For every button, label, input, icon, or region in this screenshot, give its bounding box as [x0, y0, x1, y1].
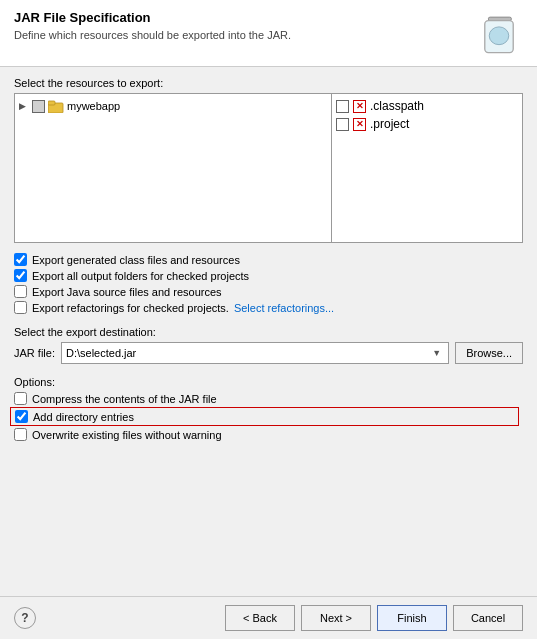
overwrite-checkbox[interactable]	[14, 428, 27, 441]
finish-button[interactable]: Finish	[377, 605, 447, 631]
project-checkbox[interactable]	[336, 118, 349, 131]
options-label: Options:	[14, 376, 523, 388]
footer-left: ?	[14, 607, 36, 629]
dialog-header: JAR File Specification Define which reso…	[0, 0, 537, 67]
dialog-content: Select the resources to export: ▶ myweba…	[0, 67, 537, 596]
svg-point-2	[489, 27, 509, 45]
classpath-x-icon: ✕	[353, 100, 366, 113]
export-refactorings-checkbox[interactable]	[14, 301, 27, 314]
classpath-label: .classpath	[370, 99, 424, 113]
export-option-3[interactable]: Export Java source files and resources	[14, 285, 523, 298]
combo-dropdown-arrow[interactable]: ▼	[429, 348, 444, 358]
directory-entries-label: Add directory entries	[33, 411, 134, 423]
options-section: Options: Compress the contents of the JA…	[14, 376, 523, 443]
tree-item-checkbox[interactable]	[32, 100, 45, 113]
jar-file-row: JAR file: D:\selected.jar ▼ Browse...	[14, 342, 523, 364]
export-class-files-checkbox[interactable]	[14, 253, 27, 266]
destination-section: Select the export destination: JAR file:…	[14, 326, 523, 364]
export-option-2[interactable]: Export all output folders for checked pr…	[14, 269, 523, 282]
tree-expand-arrow[interactable]: ▶	[19, 101, 29, 111]
project-label: .project	[370, 117, 409, 131]
destination-label: Select the export destination:	[14, 326, 523, 338]
next-button[interactable]: Next >	[301, 605, 371, 631]
export-output-folders-checkbox[interactable]	[14, 269, 27, 282]
right-panel[interactable]: ✕ .classpath ✕ .project	[332, 94, 522, 242]
export-java-source-checkbox[interactable]	[14, 285, 27, 298]
dialog-title: JAR File Specification	[14, 10, 465, 25]
jar-file-combo[interactable]: D:\selected.jar ▼	[61, 342, 449, 364]
right-item-project[interactable]: ✕ .project	[336, 116, 518, 132]
compress-checkbox[interactable]	[14, 392, 27, 405]
resources-label: Select the resources to export:	[14, 77, 523, 89]
directory-entries-checkbox[interactable]	[15, 410, 28, 423]
export-options: Export generated class files and resourc…	[14, 253, 523, 314]
help-button[interactable]: ?	[14, 607, 36, 629]
back-button[interactable]: < Back	[225, 605, 295, 631]
export-option-1[interactable]: Export generated class files and resourc…	[14, 253, 523, 266]
overwrite-label: Overwrite existing files without warning	[32, 429, 222, 441]
tree-item-mywebapp[interactable]: ▶ mywebapp	[19, 98, 327, 114]
footer-buttons: < Back Next > Finish Cancel	[225, 605, 523, 631]
export-java-source-label: Export Java source files and resources	[32, 286, 222, 298]
dialog-footer: ? < Back Next > Finish Cancel	[0, 596, 537, 639]
select-refactorings-link[interactable]: Select refactorings...	[234, 302, 334, 314]
export-refactorings-label: Export refactorings for checked projects…	[32, 302, 229, 314]
compress-label: Compress the contents of the JAR file	[32, 393, 217, 405]
svg-rect-4	[48, 101, 55, 105]
tree-item-label: mywebapp	[67, 100, 120, 112]
jar-file-value: D:\selected.jar	[66, 347, 429, 359]
option-overwrite[interactable]: Overwrite existing files without warning	[14, 428, 523, 441]
header-text-block: JAR File Specification Define which reso…	[14, 10, 465, 41]
export-class-files-label: Export generated class files and resourc…	[32, 254, 240, 266]
jar-file-label: JAR file:	[14, 347, 55, 359]
dialog-description: Define which resources should be exporte…	[14, 29, 465, 41]
resources-section: Select the resources to export: ▶ myweba…	[14, 77, 523, 243]
export-option-4[interactable]: Export refactorings for checked projects…	[14, 301, 523, 314]
option-compress[interactable]: Compress the contents of the JAR file	[14, 392, 523, 405]
tree-panel[interactable]: ▶ mywebapp	[15, 94, 332, 242]
export-output-folders-label: Export all output folders for checked pr…	[32, 270, 249, 282]
jar-file-specification-dialog: JAR File Specification Define which reso…	[0, 0, 537, 639]
project-x-icon: ✕	[353, 118, 366, 131]
browse-button[interactable]: Browse...	[455, 342, 523, 364]
cancel-button[interactable]: Cancel	[453, 605, 523, 631]
folder-icon	[48, 99, 64, 113]
right-item-classpath[interactable]: ✕ .classpath	[336, 98, 518, 114]
resources-panel: ▶ mywebapp ✕ .classp	[14, 93, 523, 243]
option-directory[interactable]: Add directory entries	[10, 407, 519, 426]
classpath-checkbox[interactable]	[336, 100, 349, 113]
jar-icon	[475, 10, 523, 58]
